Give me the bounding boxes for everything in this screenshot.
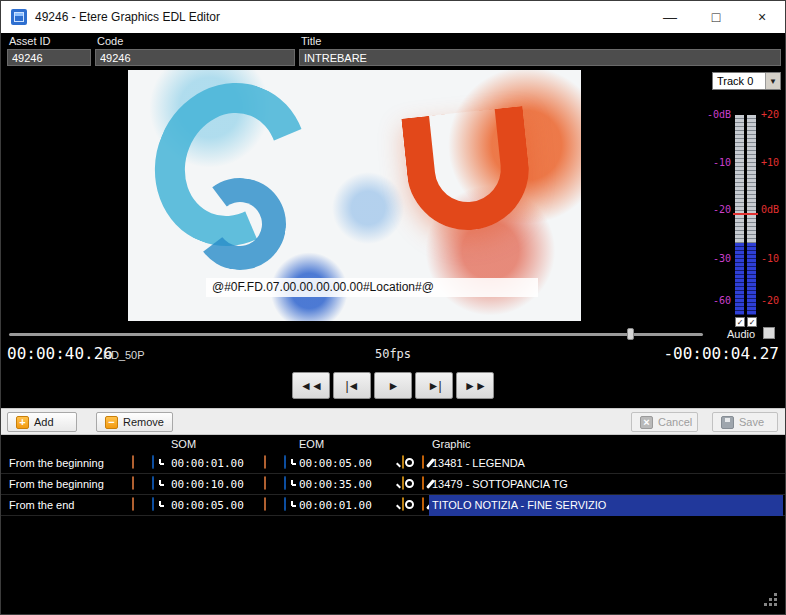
column-header-som: SOM (171, 438, 196, 450)
add-button[interactable]: + Add (7, 412, 77, 432)
row-position-label: From the beginning (9, 453, 104, 474)
som-timecode[interactable]: 00:00:01.00 (171, 453, 244, 474)
timecode-remaining: -00:00:04.27 (663, 344, 779, 363)
meter-scale-label: 0dB (761, 204, 779, 215)
edit-toolbar: + Add − Remove × Cancel Save (1, 408, 786, 435)
table-row-selected[interactable]: From the end 00:00:05.00 00:00:01.00 TIT… (1, 495, 786, 516)
title-bar: 49246 - Etere Graphics EDL Editor — □ × (1, 1, 785, 33)
calendar-icon[interactable] (264, 476, 266, 490)
seek-thumb[interactable] (627, 328, 634, 340)
fast-forward-button[interactable]: ►► (456, 372, 494, 399)
meter-scale-label: -10 (701, 157, 731, 168)
remove-icon: − (105, 416, 118, 429)
audio-meter-left (735, 115, 744, 315)
calendar-icon[interactable] (132, 476, 134, 490)
meter-scale-label: +10 (761, 157, 779, 168)
code-field[interactable] (95, 49, 295, 66)
column-header-eom: EOM (299, 438, 324, 450)
previous-frame-button[interactable]: |◄ (333, 372, 371, 399)
meter-scale-label: -0dB (701, 109, 731, 120)
search-graphic-icon[interactable] (402, 455, 404, 469)
calendar-icon[interactable] (264, 455, 266, 469)
clock-icon[interactable] (152, 497, 154, 511)
save-icon (721, 416, 734, 429)
save-button[interactable]: Save (712, 412, 778, 432)
calendar-icon[interactable] (132, 497, 134, 511)
cancel-button-label: Cancel (658, 416, 692, 428)
edit-graphic-icon[interactable] (422, 455, 424, 469)
eom-timecode[interactable]: 00:00:05.00 (299, 453, 372, 474)
clock-icon[interactable] (152, 476, 154, 490)
row-position-label: From the beginning (9, 474, 104, 495)
table-row[interactable]: From the beginning 00:00:01.00 00:00:05.… (1, 453, 786, 474)
calendar-icon[interactable] (264, 497, 266, 511)
cancel-button[interactable]: × Cancel (631, 412, 698, 432)
add-icon: + (16, 416, 29, 429)
meter-scale-label: +20 (761, 109, 779, 120)
transport-controls: ◄◄ |◄ ► ►| ►► (292, 372, 494, 399)
seek-bar[interactable] (9, 327, 703, 341)
graphic-name[interactable]: TITOLO NOTIZIA - FINE SERVIZIO (432, 495, 606, 516)
edit-graphic-icon[interactable] (422, 476, 424, 490)
title-field[interactable] (299, 49, 781, 66)
remove-button[interactable]: − Remove (96, 412, 173, 432)
video-art-red-shape (401, 106, 535, 236)
clock-icon[interactable] (284, 455, 286, 469)
audio-label: Audio (727, 328, 755, 340)
timecode-elapsed: 00:00:40.26 (7, 344, 113, 363)
close-button[interactable]: × (739, 1, 785, 33)
window-title: 49246 - Etere Graphics EDL Editor (35, 10, 220, 24)
code-label: Code (97, 35, 123, 47)
row-position-label: From the end (9, 495, 74, 516)
eom-timecode[interactable]: 00:00:01.00 (299, 495, 372, 516)
fps-label: 50fps (375, 347, 411, 361)
graphic-name[interactable]: 13479 - SOTTOPANCIA TG (432, 474, 568, 495)
eom-timecode[interactable]: 00:00:35.00 (299, 474, 372, 495)
audio-meter-right (747, 115, 756, 315)
meter-scale-label: -20 (701, 204, 731, 215)
add-button-label: Add (34, 416, 54, 428)
maximize-button[interactable]: □ (693, 1, 739, 33)
window-controls: — □ × (647, 1, 785, 33)
chevron-down-icon[interactable]: ▼ (765, 73, 780, 89)
search-graphic-icon[interactable] (402, 497, 404, 511)
resize-grip[interactable] (774, 603, 777, 606)
column-header-graphic: Graphic (432, 438, 471, 450)
edit-graphic-icon[interactable] (422, 497, 424, 511)
play-button[interactable]: ► (374, 372, 412, 399)
meter-scale-label: -20 (761, 295, 779, 306)
search-graphic-icon[interactable] (402, 476, 404, 490)
som-timecode[interactable]: 00:00:10.00 (171, 474, 244, 495)
title-label: Title (301, 35, 321, 47)
clock-icon[interactable] (284, 476, 286, 490)
track-selector[interactable]: Track 0 ▼ (712, 72, 781, 90)
meter-left-checkbox[interactable]: ✓ (735, 317, 745, 327)
minimize-button[interactable]: — (647, 1, 693, 33)
asset-id-field[interactable] (7, 49, 91, 66)
cancel-icon: × (640, 416, 653, 429)
meter-scale-label: -30 (701, 253, 731, 264)
clock-icon[interactable] (284, 497, 286, 511)
meter-reference-line (733, 213, 758, 215)
graphic-name[interactable]: 13481 - LEGENDA (432, 453, 525, 474)
app-window: 49246 - Etere Graphics EDL Editor — □ × … (0, 0, 786, 615)
save-button-label: Save (739, 416, 764, 428)
remove-button-label: Remove (123, 416, 164, 428)
meter-scale-label: -60 (701, 295, 731, 306)
asset-id-label: Asset ID (9, 35, 51, 47)
som-timecode[interactable]: 00:00:05.00 (171, 495, 244, 516)
calendar-icon[interactable] (132, 455, 134, 469)
next-frame-button[interactable]: ►| (415, 372, 453, 399)
video-preview[interactable]: @#0F.FD.07.00.00.00.00.00#Location#@ (128, 70, 581, 321)
meter-right-checkbox[interactable]: ✓ (747, 317, 757, 327)
track-selector-value: Track 0 (713, 75, 765, 87)
clock-icon[interactable] (152, 455, 154, 469)
audio-checkbox[interactable] (763, 327, 775, 339)
graphic-overlay-text: @#0F.FD.07.00.00.00.00.00#Location#@ (206, 278, 538, 297)
app-icon (11, 9, 27, 25)
table-row[interactable]: From the beginning 00:00:10.00 00:00:35.… (1, 474, 786, 495)
video-format-label: HD_50P (103, 349, 145, 361)
meter-scale-label: -10 (761, 253, 779, 264)
rewind-button[interactable]: ◄◄ (292, 372, 330, 399)
